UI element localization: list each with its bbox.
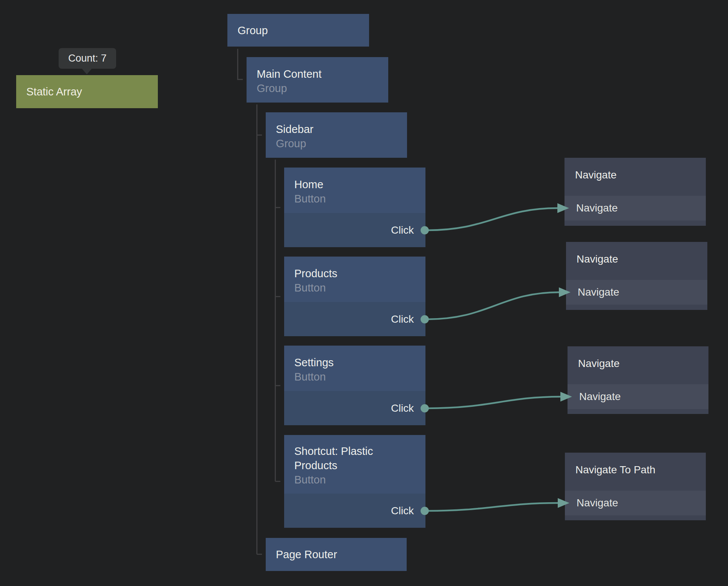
node-graph-canvas: Count: 7 Static Array Group Main Content… [0, 0, 728, 586]
navigate-1-input-arrow-icon [557, 203, 569, 213]
products-click-output-pin[interactable] [421, 315, 429, 323]
wire-home-to-navigate-1[interactable] [427, 203, 569, 230]
navigate-3-input-arrow-icon [560, 392, 572, 402]
navigate-to-path-input-arrow-icon [558, 498, 569, 508]
navigate-2-input-arrow-icon [559, 287, 571, 297]
wire-settings-to-navigate-3[interactable] [427, 392, 572, 408]
shortcut-click-output-pin[interactable] [421, 507, 429, 515]
wire-products-to-navigate-2[interactable] [427, 287, 571, 319]
home-click-output-pin[interactable] [421, 226, 429, 234]
wire-shortcut-to-navigate-to-path[interactable] [427, 498, 569, 511]
wire-layer [0, 0, 728, 586]
settings-click-output-pin[interactable] [421, 404, 429, 412]
